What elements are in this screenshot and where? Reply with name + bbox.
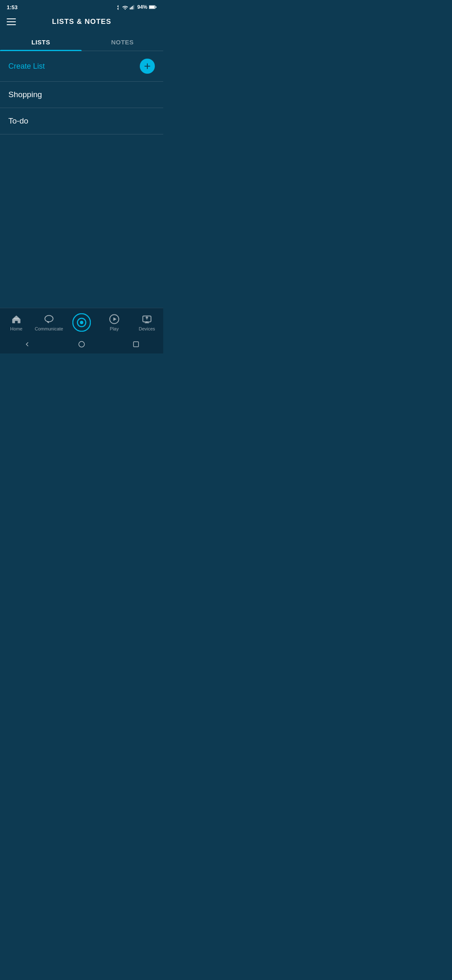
tab-lists[interactable]: LISTS [0, 34, 82, 51]
create-list-button[interactable] [140, 59, 155, 74]
android-home-button[interactable] [77, 339, 87, 349]
bluetooth-icon [116, 4, 121, 10]
tab-bar: LISTS NOTES [0, 34, 163, 51]
svg-rect-5 [149, 6, 155, 8]
devices-icon [141, 314, 152, 325]
svg-rect-0 [130, 8, 131, 9]
play-icon [109, 314, 120, 325]
svg-point-11 [80, 321, 83, 324]
signal-icon [130, 5, 136, 10]
svg-rect-2 [132, 6, 133, 9]
header: LISTS & NOTES [0, 13, 163, 30]
add-icon [143, 62, 152, 70]
svg-marker-13 [113, 317, 117, 321]
nav-label-home: Home [10, 326, 22, 331]
nav-label-communicate: Communicate [35, 326, 63, 331]
status-bar: 1:53 94% [0, 0, 163, 13]
nav-label-devices: Devices [139, 326, 155, 331]
svg-point-8 [45, 315, 53, 322]
nav-item-devices[interactable]: Devices [131, 312, 163, 333]
page-title: LISTS & NOTES [52, 18, 111, 26]
android-recents-button[interactable] [131, 339, 141, 349]
list-item[interactable]: To-do [0, 108, 163, 134]
nav-item-play[interactable]: Play [98, 312, 131, 333]
battery-icon [149, 5, 157, 9]
status-time: 1:53 [7, 4, 18, 10]
list-item-name: Shopping [8, 90, 42, 99]
create-list-row[interactable]: Create List [0, 51, 163, 82]
svg-rect-3 [133, 5, 134, 10]
android-back-button[interactable] [22, 339, 32, 349]
tab-notes[interactable]: NOTES [82, 34, 163, 51]
back-icon [23, 340, 31, 348]
wifi-icon [122, 5, 128, 10]
menu-button[interactable] [7, 18, 16, 25]
nav-item-alexa[interactable] [65, 312, 98, 333]
android-nav-bar [0, 335, 163, 353]
nav-item-home[interactable]: Home [0, 312, 33, 333]
svg-rect-7 [14, 318, 19, 319]
alexa-icon [72, 313, 91, 332]
recents-icon [132, 340, 140, 348]
battery-level: 94% [137, 4, 147, 10]
svg-point-15 [79, 341, 85, 347]
svg-rect-6 [156, 7, 157, 8]
create-list-label: Create List [8, 62, 45, 71]
list-item-name: To-do [8, 116, 28, 125]
list-item[interactable]: Shopping [0, 82, 163, 108]
status-icons: 94% [116, 4, 157, 10]
nav-item-communicate[interactable]: Communicate [33, 312, 65, 333]
android-home-icon [78, 340, 85, 348]
main-content: Create List Shopping To-do [0, 51, 163, 308]
home-icon [11, 314, 22, 325]
communicate-icon [44, 314, 54, 325]
svg-rect-1 [131, 7, 132, 9]
bottom-nav: Home Communicate Play Devices [0, 308, 163, 335]
nav-label-play: Play [110, 326, 118, 331]
svg-rect-16 [134, 342, 139, 347]
